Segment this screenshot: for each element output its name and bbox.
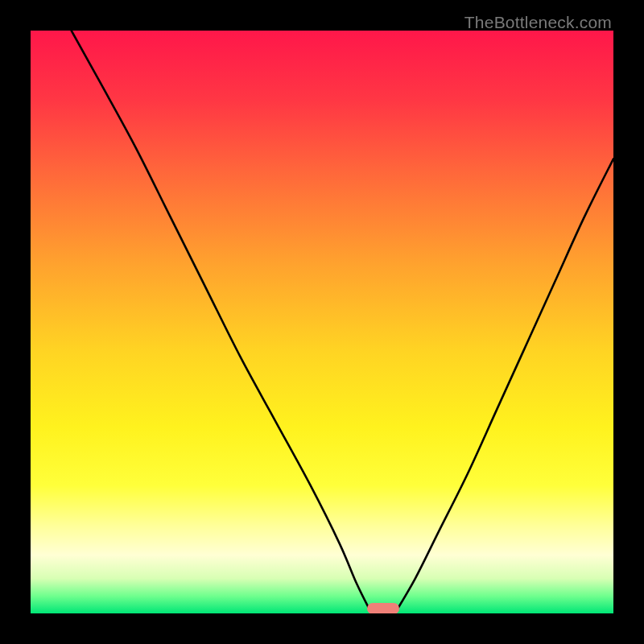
bottleneck-curve <box>31 31 613 613</box>
chart-container: TheBottleneck.com <box>0 0 644 644</box>
watermark-text: TheBottleneck.com <box>464 13 612 32</box>
bottleneck-marker <box>367 603 399 613</box>
plot-area <box>31 31 613 613</box>
